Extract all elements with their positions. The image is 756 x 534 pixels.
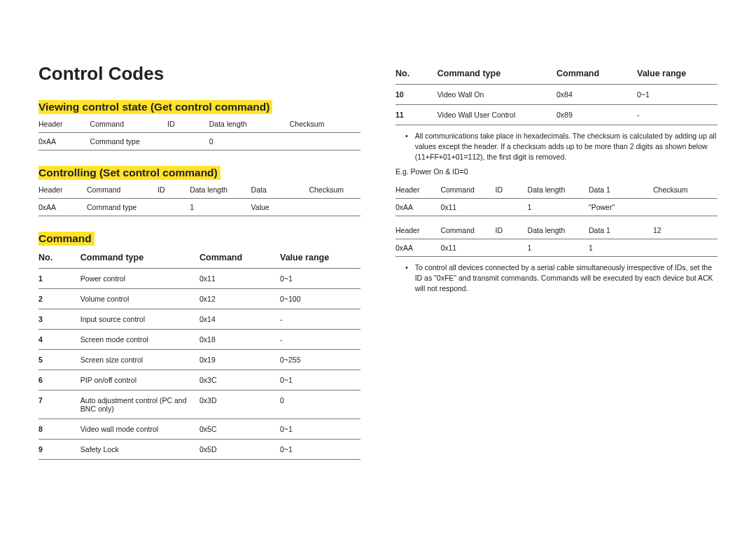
table-row: 2Volume control0x120~100 bbox=[38, 289, 360, 309]
table-row: 9Safety Lock0x5D0~1 bbox=[38, 440, 360, 460]
table-row: 0xAA Command type 1 Value bbox=[38, 199, 360, 216]
table-row: 10Video Wall On0x840~1 bbox=[396, 85, 718, 105]
section-heading-set: Controlling (Set control command) bbox=[38, 166, 220, 180]
table-row: Header Command ID Data length Data 1 Che… bbox=[396, 181, 718, 199]
command-table-right: No. Command type Command Value range 10V… bbox=[396, 63, 718, 125]
table-row: Header Command ID Data length Data 1 12 bbox=[396, 222, 718, 239]
table-row: 3Input source control0x14- bbox=[38, 309, 360, 330]
section-set: Controlling (Set control command) Header… bbox=[38, 166, 360, 216]
section-view: Viewing control state (Get control comma… bbox=[38, 100, 360, 150]
bullet-note-2: • To control all devices connected by a … bbox=[405, 262, 718, 295]
table-row: Header Command ID Data length Checksum bbox=[38, 115, 360, 133]
command-table-left: No. Command type Command Value range 1Po… bbox=[38, 247, 360, 460]
left-column: Control Codes Viewing control state (Get… bbox=[38, 63, 360, 475]
table-header: No. Command type Command Value range bbox=[396, 63, 718, 85]
section-command: Command No. Command type Command Value r… bbox=[38, 232, 360, 460]
section-heading-command: Command bbox=[38, 232, 94, 246]
table-row: 8Video wall mode control0x5C0~1 bbox=[38, 419, 360, 440]
table-row: 0xAA 0x11 1 "Power" bbox=[396, 198, 718, 216]
table-row: 4Screen mode control0x18- bbox=[38, 330, 360, 350]
table-row: 0xAA Command type 0 bbox=[38, 133, 360, 150]
table-row: Header Command ID Data length Data Check… bbox=[38, 181, 360, 199]
example-table-2: Header Command ID Data length Data 1 12 … bbox=[396, 222, 718, 257]
table-header: No. Command type Command Value range bbox=[38, 247, 360, 269]
table-row: 5Screen size control0x190~255 bbox=[38, 350, 360, 370]
table-row: 1Power control0x110~1 bbox=[38, 269, 360, 289]
bullet-dot-icon: • bbox=[405, 262, 408, 295]
example-note: E.g. Power On & ID=0 bbox=[396, 167, 718, 176]
bullet-dot-icon: • bbox=[405, 131, 408, 163]
view-table: Header Command ID Data length Checksum 0… bbox=[38, 115, 360, 150]
right-column: No. Command type Command Value range 10V… bbox=[396, 63, 718, 475]
page-title: Control Codes bbox=[38, 63, 360, 85]
table-row: 7Auto adjustment control (PC and BNC onl… bbox=[38, 391, 360, 419]
table-row: 0xAA 0x11 1 1 bbox=[396, 239, 718, 256]
section-heading-view: Viewing control state (Get control comma… bbox=[38, 100, 272, 114]
set-table: Header Command ID Data length Data Check… bbox=[38, 181, 360, 216]
table-row: 11Video Wall User Control0x89- bbox=[396, 105, 718, 125]
example-table-1: Header Command ID Data length Data 1 Che… bbox=[396, 181, 718, 216]
bullet-note-1: • All communications take place in hexad… bbox=[405, 131, 718, 163]
table-row: 6PIP on/off control0x3C0~1 bbox=[38, 370, 360, 391]
